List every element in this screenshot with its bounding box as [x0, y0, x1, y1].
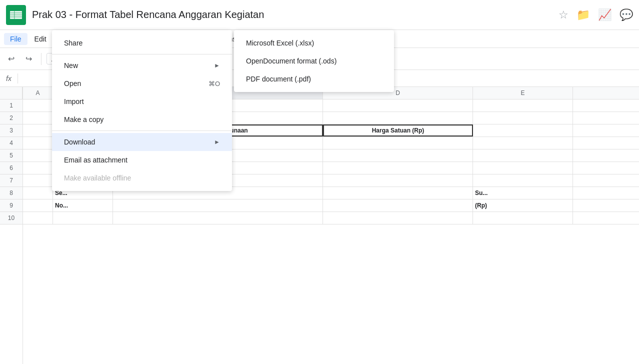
pdf-label: PDF document (.pdf) [246, 75, 311, 83]
cell-e8[interactable]: Su... [473, 187, 573, 199]
chart-icon[interactable]: 📈 [598, 8, 612, 22]
document-title: Prak 03 - Format Tabel Rencana Anggaran … [32, 9, 558, 20]
make-available-offline-label: Make available offline [64, 174, 131, 182]
cell-e4[interactable] [473, 137, 573, 149]
cell-c10[interactable] [113, 212, 323, 224]
row-num-6[interactable]: 6 [0, 162, 22, 174]
xlsx-label: Microsoft Excel (.xlsx) [246, 39, 314, 47]
file-menu-download[interactable]: Download ► [52, 133, 232, 151]
row-num-1[interactable]: 1 [0, 100, 22, 112]
menu-edit[interactable]: Edit [28, 33, 52, 45]
file-menu-make-available-offline: Make available offline [52, 169, 232, 187]
undo-button[interactable]: ↩ [4, 52, 18, 66]
file-menu-dropdown: Share New ► Open ⌘O Import Make a copy D… [52, 30, 232, 191]
download-submenu: Microsoft Excel (.xlsx) OpenDocument for… [234, 30, 394, 92]
cell-d1[interactable] [323, 100, 473, 112]
title-bar: Prak 03 - Format Tabel Rencana Anggaran … [0, 0, 639, 30]
col-header-a[interactable]: A [23, 87, 53, 99]
cell-a3[interactable] [23, 124, 53, 136]
table-row: No... (Rp) [23, 200, 639, 212]
download-pdf[interactable]: PDF document (.pdf) [234, 70, 394, 88]
download-ods[interactable]: OpenDocument format (.ods) [234, 52, 394, 70]
cell-c9[interactable] [113, 200, 323, 212]
folder-icon[interactable]: 📁 [576, 8, 590, 22]
file-menu-email-attachment[interactable]: Email as attachment [52, 151, 232, 169]
file-menu-divider-1 [52, 54, 232, 54]
share-label: Share [64, 39, 82, 47]
cell-d10[interactable] [323, 212, 473, 224]
svg-rect-4 [10, 16, 22, 18]
formula-divider [18, 74, 18, 84]
cell-a8[interactable] [23, 187, 53, 199]
cell-d7[interactable] [323, 174, 473, 186]
redo-button[interactable]: ↪ [22, 52, 36, 66]
svg-rect-2 [10, 12, 22, 14]
cell-a6[interactable] [23, 162, 53, 174]
file-menu-new[interactable]: New ► [52, 56, 232, 74]
row-num-8[interactable]: 8 [0, 187, 22, 200]
cell-d3[interactable]: Harga Satuan (Rp) [323, 124, 473, 136]
cell-e2[interactable] [473, 112, 573, 124]
toolbar-separator-1 [41, 53, 42, 65]
row-num-7[interactable]: 7 [0, 174, 22, 187]
col-header-e[interactable]: E [473, 87, 573, 99]
cell-a9[interactable] [23, 200, 53, 212]
download-xlsx[interactable]: Microsoft Excel (.xlsx) [234, 34, 394, 52]
cell-a2[interactable] [23, 112, 53, 124]
cell-e3[interactable] [473, 124, 573, 136]
comment-icon[interactable]: 💬 [620, 8, 633, 22]
table-row [23, 212, 639, 224]
cell-e9[interactable]: (Rp) [473, 200, 573, 212]
cell-a10[interactable] [23, 212, 53, 224]
cell-d8[interactable] [323, 187, 473, 199]
cell-a4[interactable] [23, 137, 53, 149]
email-attachment-label: Email as attachment [64, 156, 128, 164]
row-num-5[interactable]: 5 [0, 150, 22, 162]
cell-e6[interactable] [473, 162, 573, 174]
row-num-2[interactable]: 2 [0, 112, 22, 124]
cell-b9[interactable]: No... [53, 200, 113, 212]
cell-b10[interactable] [53, 212, 113, 224]
cell-a7[interactable] [23, 174, 53, 186]
menu-file[interactable]: File [4, 33, 28, 45]
row-num-3[interactable]: 3 [0, 124, 22, 137]
file-menu-open[interactable]: Open ⌘O [52, 74, 232, 92]
new-label: New [64, 62, 78, 70]
open-shortcut: ⌘O [208, 80, 220, 88]
cell-e1[interactable] [473, 100, 573, 112]
svg-rect-5 [14, 11, 15, 19]
cell-d4[interactable] [323, 137, 473, 149]
cell-d6[interactable] [323, 162, 473, 174]
star-icon[interactable]: ☆ [558, 8, 568, 22]
download-label: Download [64, 138, 95, 146]
download-arrow-icon: ► [214, 138, 220, 146]
fx-icon: fx [0, 74, 18, 82]
cell-e10[interactable] [473, 212, 573, 224]
make-copy-label: Make a copy [64, 116, 104, 124]
ods-label: OpenDocument format (.ods) [246, 57, 336, 65]
new-arrow-icon: ► [214, 62, 220, 69]
cell-a5[interactable] [23, 150, 53, 162]
cell-d5[interactable] [323, 150, 473, 162]
file-menu-divider-2 [52, 130, 232, 131]
open-label: Open [64, 80, 81, 88]
file-menu-import[interactable]: Import [52, 92, 232, 110]
cell-d2[interactable] [323, 112, 473, 124]
row-num-4[interactable]: 4 [0, 137, 22, 150]
cell-a1[interactable] [23, 100, 53, 112]
row-headers: 1 2 3 4 5 6 7 8 9 10 [0, 87, 23, 364]
file-menu-make-copy[interactable]: Make a copy [52, 110, 232, 128]
row-num-9[interactable]: 9 [0, 200, 22, 212]
corner-cell [0, 87, 22, 100]
cell-e7[interactable] [473, 174, 573, 186]
row-num-10[interactable]: 10 [0, 212, 22, 224]
import-label: Import [64, 98, 84, 106]
cell-d9[interactable] [323, 200, 473, 212]
title-actions: ☆ 📁 📈 💬 [558, 8, 633, 22]
svg-rect-3 [10, 14, 22, 16]
app-icon[interactable] [6, 5, 26, 25]
file-menu-share[interactable]: Share [52, 34, 232, 52]
cell-e5[interactable] [473, 150, 573, 162]
